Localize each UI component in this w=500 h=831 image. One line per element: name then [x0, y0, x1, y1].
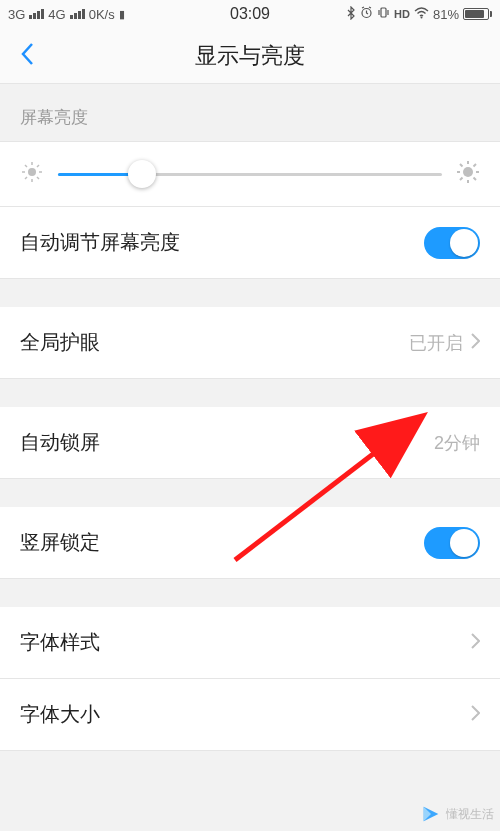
svg-line-10 — [25, 177, 27, 179]
svg-line-9 — [37, 177, 39, 179]
brightness-low-icon — [20, 160, 44, 188]
svg-point-2 — [420, 16, 422, 18]
hd-label: HD — [394, 8, 410, 20]
auto-lock-row[interactable]: 自动锁屏 2分钟 — [0, 407, 500, 479]
eye-care-value: 已开启 — [409, 331, 463, 355]
status-right: HD 81% — [346, 6, 492, 23]
eye-care-label: 全局护眼 — [20, 329, 100, 356]
chevron-right-icon — [471, 705, 480, 725]
auto-brightness-row[interactable]: 自动调节屏幕亮度 — [0, 207, 500, 279]
alarm-icon — [360, 6, 373, 22]
brightness-high-icon — [456, 160, 480, 188]
vibrate-icon — [377, 6, 390, 22]
svg-line-20 — [474, 164, 477, 167]
status-bar: 3G 4G 0K/s ▮ 03:09 HD 81% — [0, 0, 500, 28]
slider-thumb[interactable] — [128, 160, 156, 188]
svg-rect-1 — [381, 8, 386, 17]
status-left: 3G 4G 0K/s ▮ — [8, 7, 125, 22]
portrait-lock-label: 竖屏锁定 — [20, 529, 100, 556]
toggle-knob — [450, 529, 478, 557]
font-style-label: 字体样式 — [20, 629, 100, 656]
chevron-right-icon — [471, 633, 480, 653]
brightness-slider-row — [0, 141, 500, 207]
brightness-section-label: 屏幕亮度 — [0, 84, 500, 141]
battery-icon — [463, 8, 492, 20]
svg-point-3 — [28, 168, 36, 176]
page-title: 显示与亮度 — [195, 41, 305, 71]
svg-line-8 — [25, 165, 27, 167]
toggle-knob — [450, 229, 478, 257]
auto-lock-value: 2分钟 — [434, 431, 480, 455]
network-speed-label: 0K/s — [89, 7, 115, 22]
auto-brightness-label: 自动调节屏幕亮度 — [20, 229, 180, 256]
signal-bars-icon — [70, 9, 85, 19]
watermark: 懂视生活 — [420, 803, 494, 825]
auto-lock-label: 自动锁屏 — [20, 429, 100, 456]
font-style-row[interactable]: 字体样式 — [0, 607, 500, 679]
svg-point-12 — [463, 167, 473, 177]
clock-label: 03:09 — [230, 5, 270, 23]
font-size-label: 字体大小 — [20, 701, 100, 728]
bluetooth-icon — [346, 6, 356, 23]
network-4g-label: 4G — [48, 7, 65, 22]
svg-line-17 — [460, 164, 463, 167]
chevron-right-icon — [471, 333, 480, 353]
auto-brightness-toggle[interactable] — [424, 227, 480, 259]
watermark-icon — [420, 803, 442, 825]
svg-line-19 — [460, 178, 463, 181]
wifi-icon — [414, 7, 429, 22]
back-button[interactable] — [12, 34, 42, 78]
portrait-lock-toggle[interactable] — [424, 527, 480, 559]
network-3g-label: 3G — [8, 7, 25, 22]
svg-line-18 — [474, 178, 477, 181]
signal-bars-icon — [29, 9, 44, 19]
svg-line-11 — [37, 165, 39, 167]
portrait-lock-row[interactable]: 竖屏锁定 — [0, 507, 500, 579]
eye-care-row[interactable]: 全局护眼 已开启 — [0, 307, 500, 379]
battery-pct-label: 81% — [433, 7, 459, 22]
font-size-row[interactable]: 字体大小 — [0, 679, 500, 751]
sim-icon: ▮ — [119, 8, 125, 21]
watermark-text: 懂视生活 — [446, 806, 494, 823]
brightness-slider[interactable] — [58, 162, 442, 186]
chevron-left-icon — [20, 42, 34, 66]
page-header: 显示与亮度 — [0, 28, 500, 84]
